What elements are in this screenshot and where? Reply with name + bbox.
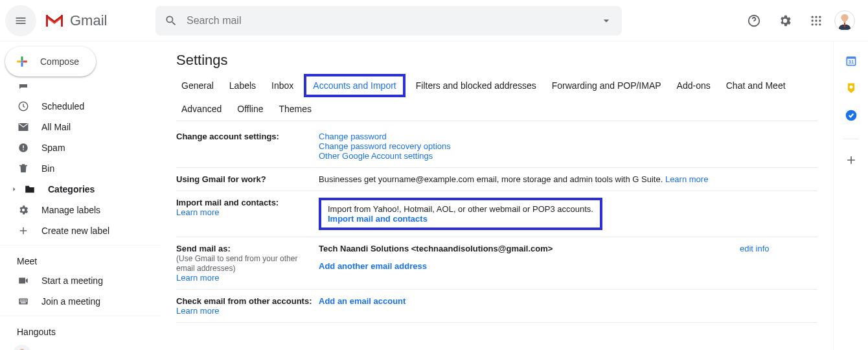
import-action-link[interactable]: Import mail and contacts (328, 214, 428, 224)
sidebar-item-scheduled[interactable]: Scheduled (0, 96, 161, 117)
gmail-icon (44, 13, 65, 29)
other-account-settings-link[interactable]: Other Google Account settings (319, 151, 433, 161)
settings-button[interactable] (772, 8, 798, 34)
tab-chat-meet[interactable]: Chat and Meet (721, 74, 791, 97)
send-as-learn-more[interactable]: Learn more (176, 273, 219, 283)
svg-rect-19 (23, 149, 24, 150)
add-panel-icon[interactable] (845, 154, 858, 167)
nav-label: All Mail (41, 122, 71, 132)
nav-label: Categories (48, 184, 95, 194)
sidebar-item-bin[interactable]: Bin (0, 158, 161, 179)
change-recovery-link[interactable]: Change password recovery options (319, 141, 451, 151)
hamburger-icon (14, 14, 27, 27)
sidebar-item-categories[interactable]: Categories (0, 179, 161, 200)
add-email-link[interactable]: Add another email address (319, 261, 427, 271)
svg-point-36 (849, 86, 852, 89)
sidebar-item-create-label[interactable]: Create new label (0, 220, 161, 241)
svg-rect-21 (20, 299, 21, 301)
tab-filters[interactable]: Filters and blocked addresses (411, 74, 542, 97)
gear-icon (17, 204, 29, 216)
nav-label: Join a meeting (41, 296, 100, 307)
apps-grid-icon (810, 14, 823, 27)
support-button[interactable] (741, 8, 767, 34)
mail-icon (17, 121, 29, 133)
tab-inbox[interactable]: Inbox (266, 74, 299, 97)
gmail-work-learn-more[interactable]: Learn more (665, 174, 708, 184)
settings-table: Change account settings: Change password… (176, 125, 817, 323)
svg-rect-29 (25, 301, 26, 302)
svg-point-2 (815, 16, 817, 18)
row-send-as: Send mail as:(Use Gmail to send from you… (176, 237, 817, 290)
import-highlight-box: Import from Yahoo!, Hotmail, AOL, or oth… (319, 198, 602, 230)
calendar-icon[interactable]: 31 (845, 54, 858, 67)
gmail-logo-text: Gmail (70, 12, 107, 29)
spam-icon (17, 142, 29, 154)
tasks-icon[interactable] (845, 109, 858, 122)
tab-accounts-import[interactable]: Accounts and Import (304, 74, 405, 97)
nav-list: Chats Scheduled All Mail Spam Bin Catego… (0, 84, 166, 350)
plus-icon (13, 52, 31, 71)
nav-label: Manage labels (41, 205, 100, 215)
search-bar[interactable] (155, 6, 622, 36)
svg-rect-28 (23, 301, 24, 302)
tab-addons[interactable]: Add-ons (672, 74, 716, 97)
sidebar-item-allmail[interactable]: All Mail (0, 117, 161, 137)
main-menu-button[interactable] (5, 5, 36, 36)
import-label: Import mail and contacts: (176, 198, 279, 207)
tab-labels[interactable]: Labels (224, 74, 261, 97)
meet-section-label: Meet (0, 250, 161, 270)
video-icon (17, 275, 29, 286)
add-email-account-link[interactable]: Add an email account (319, 296, 405, 306)
search-options-icon[interactable] (600, 14, 613, 27)
svg-text:31: 31 (848, 59, 853, 65)
tab-advanced[interactable]: Advanced (176, 97, 227, 121)
tab-themes[interactable]: Themes (274, 97, 317, 121)
svg-rect-30 (26, 301, 27, 302)
nav-label: Scheduled (41, 101, 84, 111)
nav-label: Start a meeting (41, 275, 103, 286)
change-password-link[interactable]: Change password (319, 132, 387, 141)
sidebar-item-join-meeting[interactable]: Join a meeting (0, 291, 161, 312)
check-email-learn-more[interactable]: Learn more (176, 306, 219, 316)
import-text: Import from Yahoo!, Hotmail, AOL, or oth… (328, 204, 593, 214)
trash-icon (17, 163, 29, 174)
scheduled-icon (17, 100, 29, 112)
send-as-sub: (Use Gmail to send from your other email… (176, 254, 297, 273)
sidebar-item-chats[interactable]: Chats (0, 84, 161, 96)
account-avatar[interactable] (834, 10, 855, 31)
svg-point-4 (812, 19, 814, 21)
edit-info-link[interactable]: edit info (740, 244, 770, 253)
svg-rect-31 (21, 302, 26, 303)
plus-icon (17, 225, 29, 237)
header: Gmail (0, 0, 868, 41)
nav-label: Spam (41, 143, 65, 153)
gmail-logo[interactable]: Gmail (39, 12, 155, 29)
svg-rect-23 (23, 299, 24, 301)
tab-forwarding[interactable]: Forwarding and POP/IMAP (547, 74, 667, 97)
keyboard-icon (17, 296, 29, 307)
sidebar: Compose Chats Scheduled All Mail Spam Bi… (0, 41, 166, 350)
avatar-icon (835, 10, 854, 30)
tab-offline[interactable]: Offline (232, 97, 268, 121)
row-check-email: Check email from other accounts:Learn mo… (176, 290, 817, 323)
gmail-work-label: Using Gmail for work? (176, 168, 319, 191)
import-learn-more[interactable]: Learn more (176, 207, 219, 217)
check-email-label: Check email from other accounts: (176, 296, 312, 306)
search-input[interactable] (187, 15, 600, 27)
keep-icon[interactable] (845, 82, 858, 95)
svg-point-7 (812, 23, 814, 25)
compose-button[interactable]: Compose (5, 47, 96, 76)
tab-general[interactable]: General (176, 74, 219, 97)
sidebar-item-manage-labels[interactable]: Manage labels (0, 200, 161, 220)
nav-label: Create new label (41, 226, 109, 236)
svg-rect-13 (844, 22, 845, 27)
hangouts-user-row[interactable]: Tech Naandi (0, 341, 161, 350)
sidebar-item-spam[interactable]: Spam (0, 137, 161, 158)
header-actions (741, 8, 863, 34)
sidebar-item-start-meeting[interactable]: Start a meeting (0, 270, 161, 291)
svg-rect-24 (25, 299, 26, 301)
svg-point-8 (815, 23, 817, 25)
apps-button[interactable] (803, 8, 829, 34)
settings-tabs: General Labels Inbox Accounts and Import… (176, 74, 817, 121)
search-icon (165, 14, 177, 27)
